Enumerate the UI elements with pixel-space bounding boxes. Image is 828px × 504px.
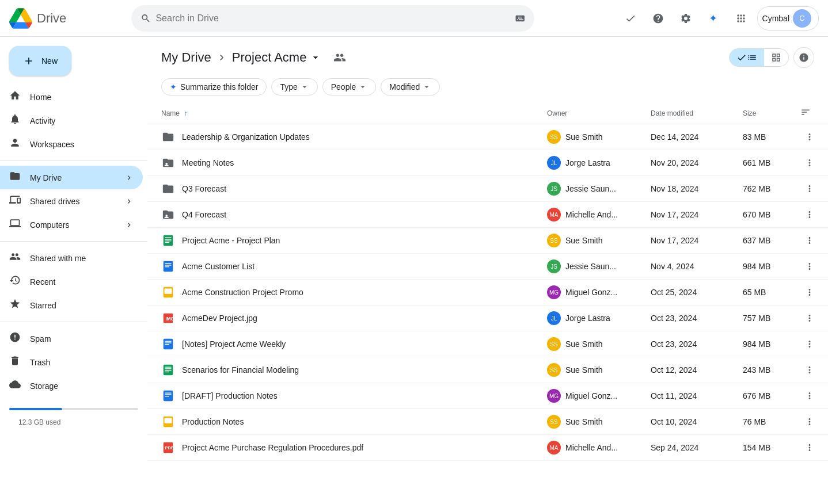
- people-filter-button[interactable]: People: [322, 78, 377, 96]
- owner-avatar: JL: [547, 156, 561, 170]
- sidebar-item-activity[interactable]: Activity: [0, 109, 143, 132]
- owner-cell: JL Jorge Lastra: [547, 311, 632, 325]
- table-row[interactable]: Production Notes SS Sue Smith Oct 10, 20…: [147, 409, 828, 435]
- new-button[interactable]: New: [9, 46, 71, 76]
- sidebar-item-my-drive[interactable]: My Drive: [0, 166, 143, 189]
- file-name-cell: Scenarios for Financial Modeling: [161, 363, 529, 377]
- table-row[interactable]: Project Acme - Project Plan SS Sue Smith…: [147, 228, 828, 254]
- sidebar-item-shared-with-me[interactable]: Shared with me: [0, 246, 143, 270]
- sidebar-item-label-storage: Storage: [30, 381, 58, 391]
- list-view-button[interactable]: [730, 49, 764, 66]
- grid-view-button[interactable]: [764, 49, 788, 66]
- summarize-button[interactable]: ✦ Summarize this folder: [161, 78, 267, 96]
- col-header-name[interactable]: Name ↑: [147, 102, 538, 124]
- table-row[interactable]: [DRAFT] Production Notes MG Miguel Gonz.…: [147, 383, 828, 409]
- gemini-button[interactable]: ✦: [702, 7, 725, 30]
- table-row[interactable]: Q4 Forecast MA Michelle And... Nov 17, 2…: [147, 202, 828, 228]
- modified-filter-button[interactable]: Modified: [381, 78, 440, 96]
- sidebar-item-computers[interactable]: Computers: [0, 213, 143, 236]
- more-options-button[interactable]: [800, 413, 819, 431]
- more-options-button[interactable]: [800, 257, 819, 276]
- more-options-button[interactable]: [800, 438, 819, 457]
- breadcrumb-parent[interactable]: My Drive: [161, 50, 211, 65]
- type-filter-button[interactable]: Type: [271, 78, 317, 96]
- apps-button[interactable]: [730, 7, 753, 30]
- date-modified: Oct 23, 2024: [641, 331, 734, 357]
- search-input[interactable]: [155, 13, 510, 24]
- spam-icon: [9, 331, 21, 346]
- people-icon: [333, 51, 346, 64]
- file-name-cell: Production Notes: [161, 415, 529, 429]
- more-options-button[interactable]: [800, 309, 819, 327]
- table-row[interactable]: Acme Customer List JS Jessie Saun... Nov…: [147, 254, 828, 280]
- owner-cell: SS Sue Smith: [547, 363, 632, 377]
- check-button[interactable]: [619, 7, 642, 30]
- new-button-label: New: [41, 56, 58, 66]
- summarize-label: Summarize this folder: [180, 82, 258, 91]
- file-size: 676 MB: [734, 383, 791, 409]
- svg-rect-17: [165, 342, 172, 343]
- file-type-icon: PDF: [161, 441, 175, 455]
- date-modified: Oct 12, 2024: [641, 357, 734, 383]
- sidebar-item-home[interactable]: Home: [0, 85, 143, 109]
- recent-icon: [9, 274, 21, 289]
- table-row[interactable]: Meeting Notes JL Jorge Lastra Nov 20, 20…: [147, 150, 828, 176]
- more-options-button[interactable]: [800, 283, 819, 301]
- table-row[interactable]: IMG AcmeDev Project.jpg JL Jorge Lastra …: [147, 306, 828, 331]
- file-name: [DRAFT] Production Notes: [182, 391, 278, 400]
- sidebar-item-recent[interactable]: Recent: [0, 270, 143, 293]
- content-header: My Drive Project Acme: [147, 37, 828, 102]
- sidebar-item-starred[interactable]: Starred: [0, 293, 143, 317]
- sidebar-item-shared-drives[interactable]: Shared drives: [0, 189, 143, 213]
- more-options-button[interactable]: [800, 205, 819, 224]
- owner-name: Jessie Saun...: [565, 184, 616, 193]
- avatar[interactable]: C: [793, 9, 811, 28]
- file-type-icon: [161, 234, 175, 247]
- table-row[interactable]: [Notes] Project Acme Weekly SS Sue Smith…: [147, 331, 828, 357]
- more-options-button[interactable]: [800, 231, 819, 250]
- help-button[interactable]: [647, 7, 670, 30]
- file-table: Name ↑ Owner Date modified Size: [147, 102, 828, 461]
- col-header-more: [791, 102, 828, 124]
- search-bar[interactable]: [131, 5, 534, 32]
- owner-name: Sue Smith: [565, 132, 603, 142]
- sidebar-item-storage[interactable]: Storage: [0, 374, 143, 398]
- svg-rect-22: [165, 370, 172, 371]
- more-options-button[interactable]: [800, 154, 819, 172]
- owner-name: Michelle And...: [565, 443, 618, 452]
- table-row[interactable]: Leadership & Organization Updates SS Sue…: [147, 124, 828, 150]
- file-name: AcmeDev Project.jpg: [182, 314, 257, 323]
- col-header-size[interactable]: Size: [734, 102, 791, 124]
- info-button[interactable]: [793, 47, 814, 68]
- file-name-cell: [DRAFT] Production Notes: [161, 389, 529, 403]
- breadcrumb-dropdown-icon[interactable]: [310, 52, 321, 63]
- sidebar-item-workspaces[interactable]: Workspaces: [0, 132, 143, 156]
- svg-point-1: [165, 215, 168, 217]
- shared-people-button[interactable]: [328, 46, 351, 69]
- storage-section: 12.3 GB used: [0, 400, 147, 433]
- date-modified: Oct 23, 2024: [641, 306, 734, 331]
- starred-icon: [9, 298, 21, 312]
- more-options-button[interactable]: [800, 361, 819, 379]
- sidebar-item-label-recent: Recent: [30, 277, 55, 287]
- user-account[interactable]: Cymbal C: [757, 6, 819, 30]
- owner-cell: MA Michelle And...: [547, 441, 632, 455]
- file-type-icon: [161, 208, 175, 222]
- table-row[interactable]: Q3 Forecast JS Jessie Saun... Nov 18, 20…: [147, 176, 828, 202]
- file-size: 637 MB: [734, 228, 791, 254]
- expand-icon-3: [124, 220, 134, 230]
- table-row[interactable]: Acme Construction Project Promo MG Migue…: [147, 280, 828, 306]
- sidebar-item-spam[interactable]: Spam: [0, 327, 143, 350]
- sidebar-item-trash[interactable]: Trash: [0, 350, 143, 374]
- more-options-button[interactable]: [800, 180, 819, 198]
- settings-button[interactable]: [674, 7, 697, 30]
- col-header-owner[interactable]: Owner: [538, 102, 641, 124]
- table-row[interactable]: PDF Project Acme Purchase Regulation Pro…: [147, 435, 828, 461]
- more-options-button[interactable]: [800, 335, 819, 353]
- file-size: 154 MB: [734, 435, 791, 461]
- svg-rect-26: [165, 394, 172, 395]
- more-options-button[interactable]: [800, 387, 819, 405]
- table-row[interactable]: Scenarios for Financial Modeling SS Sue …: [147, 357, 828, 383]
- more-options-button[interactable]: [800, 128, 819, 146]
- col-header-date[interactable]: Date modified: [641, 102, 734, 124]
